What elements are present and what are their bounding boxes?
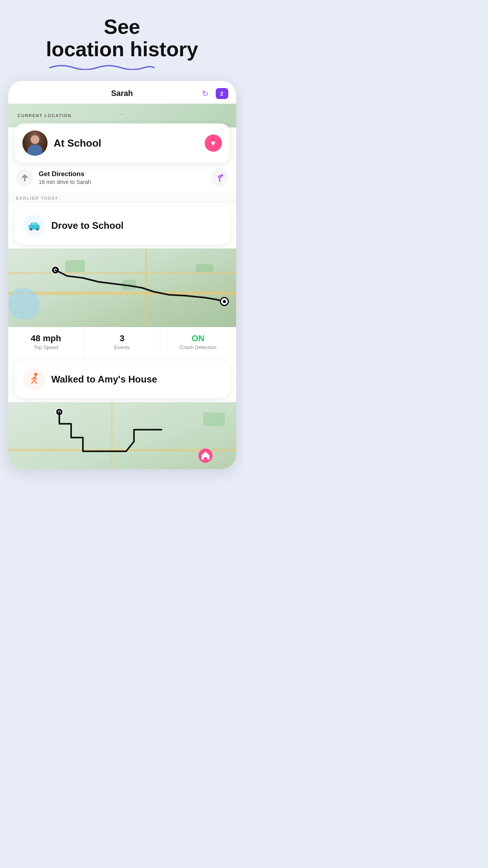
headline-line1: See <box>104 15 140 38</box>
headline-section: See location history <box>46 16 198 70</box>
current-location-label: CURRENT LOCATION <box>18 113 72 118</box>
svg-line-15 <box>34 380 37 383</box>
route-path <box>8 248 236 327</box>
walk-icon <box>29 372 40 386</box>
svg-point-11 <box>223 300 226 303</box>
walk-label: Walked to Amy's House <box>51 374 157 385</box>
home-pin <box>198 449 213 463</box>
top-speed-label: Top Speed <box>13 344 79 350</box>
phone-card: Sarah ↻ 2 CURRENT LOCATION ⌃ At School ♥… <box>8 81 236 469</box>
header-icons: ↻ 2 <box>199 87 228 100</box>
route-map <box>8 248 236 327</box>
home-icon <box>198 449 213 463</box>
car-icon <box>28 221 40 230</box>
svg-line-14 <box>32 380 34 383</box>
drove-activity-card[interactable]: Drove to School <box>15 207 230 245</box>
crash-detection-stat: ON Crash Detection <box>160 327 236 357</box>
directions-subtitle: 16 min drive to Sarah <box>39 179 205 185</box>
avatar-image <box>22 131 48 156</box>
current-location-card[interactable]: At School ♥ <box>15 123 230 163</box>
location-share-icon <box>215 173 224 182</box>
walk-icon-wrap <box>23 368 45 390</box>
crash-detection-value: ON <box>165 333 231 344</box>
walk-activity-card[interactable]: Walked to Amy's House <box>15 360 230 398</box>
collapse-arrow-icon[interactable]: ⌃ <box>120 112 125 119</box>
underline-wave <box>46 63 156 70</box>
svg-marker-0 <box>21 174 28 181</box>
directions-row[interactable]: Get Directions 16 min drive to Sarah <box>8 163 236 193</box>
contact-name: Sarah <box>111 89 133 98</box>
top-speed-value: 48 mph <box>13 333 79 344</box>
directions-icon-wrap <box>16 169 33 186</box>
stats-row: 48 mph Top Speed 3 Events ON Crash Detec… <box>8 327 236 357</box>
svg-rect-7 <box>32 223 37 225</box>
events-value: 3 <box>89 333 155 344</box>
avatar <box>22 131 48 156</box>
car-icon-wrap <box>23 215 45 237</box>
refresh-icon[interactable]: ↻ <box>199 87 212 100</box>
events-stat: 3 Events <box>84 327 160 357</box>
directions-title: Get Directions <box>39 170 205 178</box>
events-label: Events <box>89 344 155 350</box>
headline-line2: location history <box>46 38 198 61</box>
location-pin-button[interactable] <box>211 169 228 186</box>
directions-info: Get Directions 16 min drive to Sarah <box>39 170 205 185</box>
favorite-button[interactable]: ♥ <box>205 134 222 152</box>
app-header: Sarah ↻ 2 <box>8 81 236 104</box>
top-speed-stat: 48 mph Top Speed <box>8 327 84 357</box>
walk-route-map <box>8 402 236 469</box>
chat-badge[interactable]: 2 <box>216 88 228 99</box>
location-status: At School <box>54 137 198 149</box>
svg-point-2 <box>221 174 223 177</box>
directions-arrow-icon <box>20 173 29 182</box>
earlier-today-label: EARLIER TODAY <box>8 193 236 203</box>
crash-detection-label: Crash Detection <box>165 344 231 350</box>
drove-label: Drove to School <box>51 220 124 231</box>
